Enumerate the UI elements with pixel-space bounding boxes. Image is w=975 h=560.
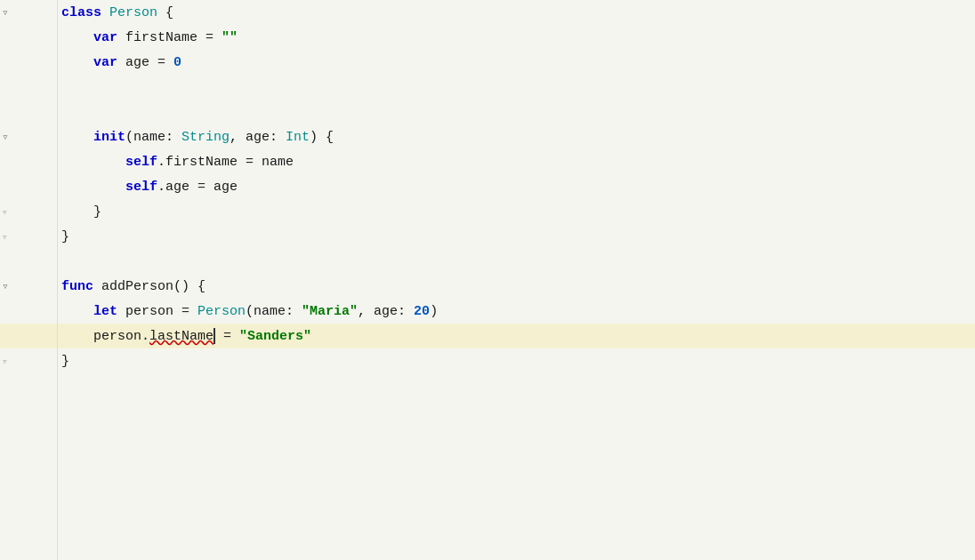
token: = — [215, 329, 239, 344]
code-line — [0, 100, 975, 124]
code-line: var firstName = "" — [0, 25, 975, 50]
token: class — [61, 5, 109, 20]
token: init — [93, 130, 125, 145]
code-line: self.age = age — [0, 174, 975, 199]
token: } — [61, 229, 69, 244]
token: ) — [430, 304, 438, 319]
code-cell: var age = 0 — [58, 55, 181, 70]
code-line: ▿class Person { — [0, 0, 975, 25]
editor: ▿class Person { var firstName = "" var a… — [0, 0, 975, 560]
code-line: var age = 0 — [0, 50, 975, 75]
code-line — [0, 75, 975, 100]
token: self — [125, 155, 157, 170]
fold-arrow-close[interactable]: ▿ — [2, 356, 8, 367]
code-cell: } — [58, 354, 69, 369]
token: Person — [197, 304, 246, 319]
code-line: ▿func addPerson() { — [0, 274, 975, 299]
token: var — [93, 30, 125, 45]
token: person — [93, 329, 141, 344]
code-cell: } — [58, 204, 101, 220]
token: 0 — [173, 55, 181, 70]
fold-arrow-open[interactable]: ▿ — [2, 5, 9, 20]
token: "Maria" — [302, 304, 358, 319]
token: "Sanders" — [239, 329, 311, 344]
code-cell: let person = Person(name: "Maria", age: … — [58, 304, 438, 319]
fold-arrow-close[interactable]: ▿ — [2, 206, 8, 218]
token: self — [125, 180, 157, 195]
token: . — [141, 329, 149, 344]
token: (name: — [246, 304, 302, 319]
token: Int — [286, 130, 310, 145]
code-cell: func addPerson() { — [58, 279, 205, 294]
code-line: person.lastName = "Sanders" — [0, 324, 975, 348]
code-cell: } — [58, 229, 69, 244]
fold-arrow-open[interactable]: ▿ — [2, 279, 9, 293]
token: addPerson — [101, 279, 173, 294]
token: let — [93, 304, 125, 319]
code-line: ▿ } — [0, 199, 975, 224]
token: var — [93, 55, 125, 70]
token: , age: — [358, 304, 414, 319]
token: .firstName = name — [157, 155, 294, 170]
token: 20 — [414, 304, 430, 319]
token: } — [93, 204, 101, 220]
code-line: ▿ init(name: String, age: Int) { — [0, 124, 975, 149]
code-line — [0, 249, 975, 274]
fold-arrow-open[interactable]: ▿ — [2, 130, 9, 144]
token: { — [157, 5, 173, 20]
code-cell: var firstName = "" — [58, 30, 238, 45]
token: (name: — [125, 130, 181, 145]
token: , age: — [230, 130, 286, 145]
token: person = — [125, 304, 197, 319]
token: firstName = — [125, 30, 222, 45]
code-cell: class Person { — [58, 5, 173, 20]
code-cell: self.firstName = name — [58, 155, 294, 170]
token: func — [61, 279, 101, 294]
token: String — [181, 130, 230, 145]
code-cell: self.age = age — [58, 180, 238, 195]
token: .age = age — [157, 180, 238, 195]
code-line: self.firstName = name — [0, 149, 975, 174]
token: lastName — [149, 329, 214, 344]
code-line: ▿} — [0, 348, 975, 373]
code-cell: init(name: String, age: Int) { — [58, 130, 334, 145]
code-line: let person = Person(name: "Maria", age: … — [0, 299, 975, 324]
code-cell: person.lastName = "Sanders" — [58, 328, 311, 344]
token: () { — [173, 279, 205, 294]
token: Person — [109, 5, 157, 20]
token: ) { — [310, 130, 334, 145]
code-line: ▿} — [0, 224, 975, 249]
token: } — [61, 354, 69, 369]
fold-arrow-close[interactable]: ▿ — [2, 231, 8, 243]
token: age = — [125, 55, 173, 70]
token: "" — [222, 30, 238, 45]
